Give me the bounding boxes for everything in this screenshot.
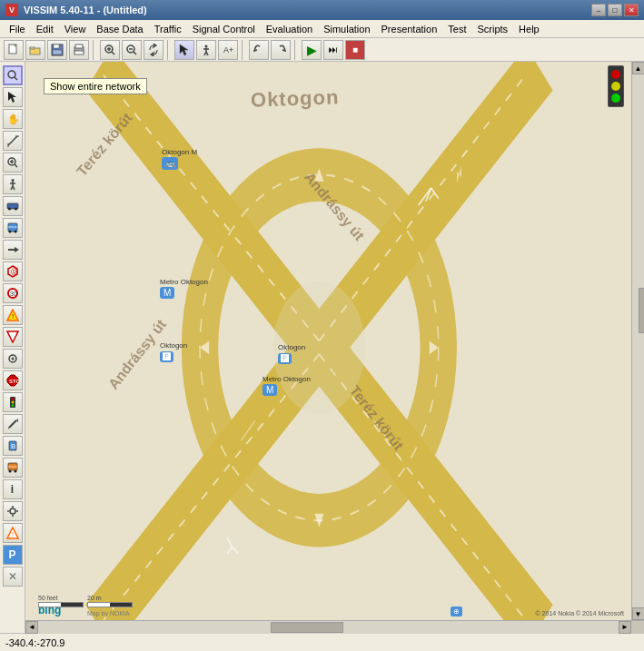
left-tool-route[interactable] [3, 349, 23, 369]
left-tool-zoom[interactable] [3, 65, 23, 85]
svg-line-11 [112, 52, 114, 54]
scroll-right-button[interactable]: ► [619, 621, 631, 634]
zoom-in-button[interactable] [100, 40, 120, 60]
svg-point-62 [11, 401, 14, 404]
menu-file[interactable]: File [4, 22, 31, 36]
app-icon: V [5, 4, 18, 16]
new-button[interactable] [4, 40, 24, 60]
right-scrollbar[interactable]: ▲ ▼ [631, 62, 644, 620]
map-canvas [25, 62, 631, 620]
zoom-icon[interactable]: ⊕ [451, 607, 462, 616]
left-tool-warning[interactable]: ! [3, 305, 23, 325]
svg-text:!: ! [12, 530, 14, 538]
svg-marker-55 [7, 331, 18, 342]
svg-point-72 [14, 470, 16, 473]
bottom-scrollbar[interactable]: ◄ ► [25, 620, 644, 633]
svg-text:STOP: STOP [9, 379, 19, 384]
menu-edit[interactable]: Edit [31, 22, 59, 36]
minimize-button[interactable]: – [591, 4, 606, 16]
print-button[interactable] [69, 40, 89, 60]
redo-button[interactable] [271, 40, 291, 60]
tl-red [611, 70, 620, 79]
left-tool-traffic-light[interactable] [3, 392, 23, 412]
left-tool-bus-stop[interactable]: B [3, 436, 23, 456]
poi-oktogon-bus-right: Oktogon 🅿 [278, 343, 305, 364]
left-tool-warning2[interactable]: ! [3, 523, 23, 543]
svg-point-18 [205, 44, 208, 47]
left-tool-pedestrian[interactable] [3, 174, 23, 194]
svg-rect-5 [54, 44, 59, 48]
left-tool-zoom2[interactable] [3, 153, 23, 173]
rotate-button[interactable] [144, 40, 163, 60]
left-tool-hand[interactable]: ✋ [3, 109, 23, 129]
svg-marker-48 [15, 247, 19, 252]
menu-evaluation[interactable]: Evaluation [261, 22, 318, 36]
svg-line-25 [15, 77, 17, 80]
scroll-thumb-h[interactable] [271, 622, 343, 633]
scroll-thumb-v[interactable] [639, 288, 645, 333]
map-area[interactable]: Show entire network [25, 62, 631, 620]
left-tool-detector[interactable]: ⓪ [3, 261, 23, 281]
svg-point-35 [11, 179, 14, 182]
next-button[interactable]: ⏭ [323, 40, 343, 60]
left-tool-parking[interactable]: P [3, 545, 23, 565]
left-tool-yield[interactable] [3, 327, 23, 347]
left-tool-speed[interactable]: 30 [3, 283, 23, 303]
scroll-up-button[interactable]: ▲ [632, 62, 645, 74]
menu-traffic[interactable]: Traffic [149, 22, 187, 36]
left-tool-cross[interactable]: ✕ [3, 567, 23, 587]
select-tool-button[interactable] [174, 40, 194, 60]
pedestrian-button[interactable] [196, 40, 216, 60]
menu-scripts[interactable]: Scripts [471, 22, 513, 36]
menu-help[interactable]: Help [513, 22, 545, 36]
toolbar-separator-1 [93, 40, 96, 60]
title-bar: V VISSIM 5.40-11 - (Untitled) – □ ✕ [0, 0, 644, 20]
open-button[interactable] [25, 40, 45, 60]
menu-simulation[interactable]: Simulation [318, 22, 375, 36]
left-tool-select[interactable] [3, 87, 23, 107]
left-tool-draw[interactable] [3, 414, 23, 434]
svg-line-39 [13, 186, 15, 190]
tl-green [611, 94, 620, 103]
status-bar: -340.4:-270.9 [0, 633, 644, 651]
stop-button[interactable]: ■ [345, 40, 365, 60]
svg-point-45 [14, 231, 16, 233]
svg-point-57 [11, 358, 14, 360]
scroll-down-button[interactable]: ▼ [632, 607, 645, 620]
left-tool-tram[interactable] [3, 458, 23, 478]
maximize-button[interactable]: □ [608, 4, 622, 16]
add-vehicle-button[interactable]: A+ [218, 40, 238, 60]
svg-line-64 [9, 420, 16, 428]
svg-rect-3 [30, 47, 35, 49]
svg-point-73 [10, 508, 15, 514]
undo-button[interactable] [249, 40, 269, 60]
left-tool-bus[interactable] [3, 218, 23, 238]
menu-signal-control[interactable]: Signal Control [187, 22, 261, 36]
menu-base-data[interactable]: Base Data [91, 22, 148, 36]
main-layout: ✋ ⓪ 30 [0, 62, 644, 633]
scroll-track-h[interactable] [38, 621, 619, 634]
scroll-left-button[interactable]: ◄ [25, 621, 38, 634]
svg-text:⓪: ⓪ [11, 268, 18, 276]
menu-bar: File Edit View Base Data Traffic Signal … [0, 20, 644, 38]
play-button[interactable]: ▶ [302, 40, 322, 60]
left-tool-stop[interactable]: STOP [3, 370, 23, 390]
svg-text:B: B [11, 442, 15, 450]
poi-metro-oktogon-left: Metro Oktogon M [160, 278, 208, 299]
svg-line-15 [134, 52, 136, 54]
coordinates: -340.4:-270.9 [5, 637, 64, 648]
left-tool-vehicle[interactable] [3, 196, 23, 216]
left-tool-link[interactable] [3, 240, 23, 260]
left-tool-info[interactable]: i [3, 479, 23, 499]
left-tool-settings[interactable] [3, 501, 23, 521]
svg-point-42 [15, 208, 17, 211]
save-button[interactable] [47, 40, 67, 60]
left-tool-measure[interactable] [3, 131, 23, 151]
svg-text:✋: ✋ [7, 113, 19, 125]
menu-presentation[interactable]: Presentation [376, 22, 443, 36]
close-button[interactable]: ✕ [624, 4, 639, 16]
menu-view[interactable]: View [59, 22, 92, 36]
zoom-out-button[interactable] [122, 40, 142, 60]
menu-test[interactable]: Test [442, 22, 471, 36]
window-title: VISSIM 5.40-11 - (Untitled) [24, 5, 147, 15]
